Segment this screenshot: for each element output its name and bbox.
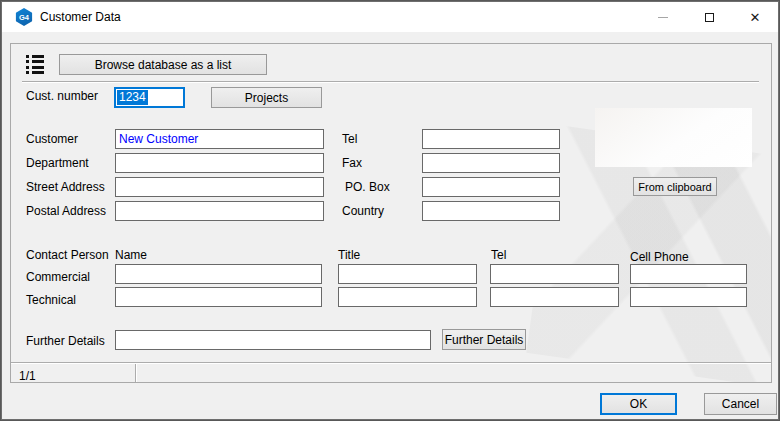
- commercial-label: Commercial: [26, 270, 90, 284]
- postal-address-label: Postal Address: [26, 204, 106, 218]
- close-icon: ✕: [750, 11, 761, 24]
- technical-label: Technical: [26, 293, 76, 307]
- street-address-input[interactable]: [115, 177, 324, 197]
- minimize-button[interactable]: [640, 2, 686, 32]
- contact-col-cellphone: Cell Phone: [630, 250, 689, 264]
- tel-input[interactable]: [422, 129, 560, 149]
- country-input[interactable]: [422, 201, 560, 221]
- cust-number-input[interactable]: 1234: [114, 87, 185, 108]
- logo-image-area: [595, 108, 752, 167]
- app-logo-icon: G4: [15, 8, 33, 26]
- postal-address-input[interactable]: [115, 201, 324, 221]
- commercial-tel-input[interactable]: [490, 264, 619, 284]
- statusbar-separator: [11, 362, 772, 364]
- title-bar: G4 Customer Data ✕: [2, 2, 778, 32]
- close-button[interactable]: ✕: [732, 2, 778, 32]
- fax-input[interactable]: [422, 153, 560, 173]
- statusbar-divider: [135, 364, 137, 383]
- commercial-name-input[interactable]: [115, 264, 322, 284]
- cust-number-value: 1234: [117, 90, 148, 105]
- tel-label: Tel: [342, 132, 357, 146]
- customer-data-dialog: G4 Customer Data ✕ Browse database as a …: [0, 0, 780, 421]
- contact-person-label: Contact Person: [26, 248, 109, 262]
- technical-name-input[interactable]: [115, 287, 322, 307]
- customer-label: Customer: [26, 132, 78, 146]
- ok-button[interactable]: OK: [600, 393, 677, 415]
- further-details-input[interactable]: [115, 330, 431, 350]
- further-details-label: Further Details: [26, 334, 105, 348]
- fax-label: Fax: [342, 156, 362, 170]
- customer-input[interactable]: [115, 129, 324, 149]
- window-title: Customer Data: [40, 10, 121, 24]
- country-label: Country: [342, 204, 384, 218]
- further-details-button[interactable]: Further Details: [442, 329, 526, 350]
- maximize-icon: [705, 13, 714, 22]
- po-box-input[interactable]: [422, 177, 560, 197]
- street-address-label: Street Address: [26, 180, 105, 194]
- contact-col-title: Title: [338, 248, 360, 262]
- contact-col-name: Name: [115, 248, 147, 262]
- browse-database-button[interactable]: Browse database as a list: [59, 54, 267, 75]
- department-input[interactable]: [115, 153, 324, 173]
- contact-col-tel: Tel: [491, 248, 506, 262]
- minimize-icon: [658, 17, 668, 18]
- form-panel: Browse database as a list Cust. number 1…: [10, 43, 772, 383]
- projects-button[interactable]: Projects: [211, 87, 322, 108]
- commercial-cellphone-input[interactable]: [630, 264, 747, 284]
- cancel-button[interactable]: Cancel: [704, 393, 777, 415]
- record-indicator: 1/1: [19, 369, 36, 383]
- po-box-label: PO. Box: [345, 180, 390, 194]
- list-icon: [26, 55, 44, 74]
- technical-tel-input[interactable]: [490, 287, 619, 307]
- cust-number-label: Cust. number: [26, 89, 98, 103]
- from-clipboard-button[interactable]: From clipboard: [633, 177, 717, 196]
- toolbar-separator: [22, 81, 759, 83]
- technical-cellphone-input[interactable]: [630, 287, 747, 307]
- department-label: Department: [26, 156, 89, 170]
- window-controls: ✕: [640, 2, 778, 32]
- maximize-button[interactable]: [686, 2, 732, 32]
- commercial-title-input[interactable]: [338, 264, 477, 284]
- technical-title-input[interactable]: [338, 287, 477, 307]
